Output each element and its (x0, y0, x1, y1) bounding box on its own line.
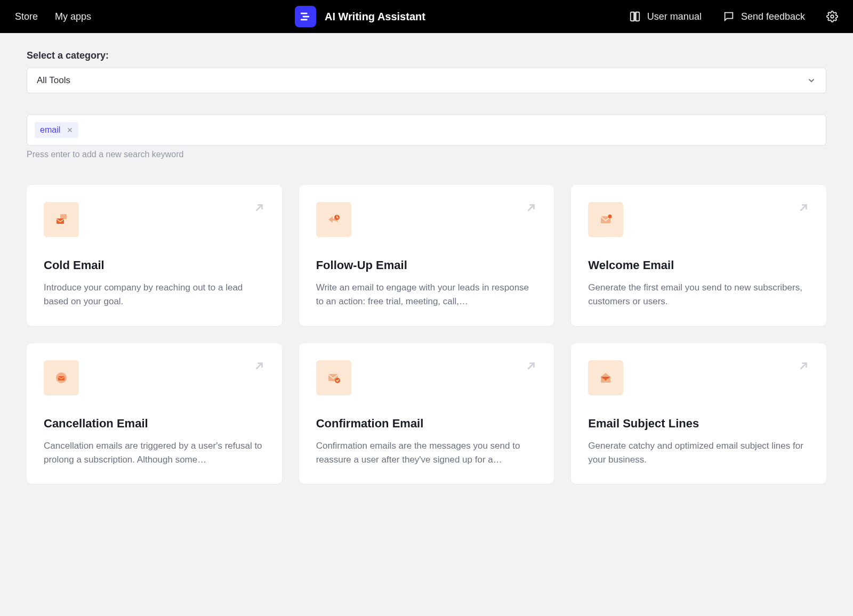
category-label: Select a category: (27, 50, 826, 61)
mail-send-icon (44, 202, 79, 237)
svg-line-13 (800, 205, 806, 211)
topbar-nav-right: User manual Send feedback (629, 11, 838, 22)
svg-rect-7 (60, 214, 67, 219)
reply-clock-icon (316, 202, 351, 237)
send-feedback-label: Send feedback (741, 11, 805, 22)
search-chip: email (35, 122, 78, 138)
card-header (588, 202, 809, 237)
open-arrow-icon (525, 202, 537, 214)
send-feedback-button[interactable]: Send feedback (723, 11, 805, 22)
card-description: Generate the first email you send to new… (588, 281, 809, 309)
app-logo-icon (295, 6, 316, 27)
open-arrow-icon (798, 360, 809, 372)
svg-point-4 (831, 15, 834, 18)
open-arrow-icon (253, 360, 265, 372)
card-description: Cancellation emails are triggered by a u… (44, 439, 265, 467)
search-hint: Press enter to add a new search keyword (27, 150, 826, 159)
settings-button[interactable] (826, 11, 838, 22)
mail-circle-icon (44, 360, 79, 395)
chat-icon (723, 11, 735, 22)
tool-card-follow-up-email[interactable]: Follow-Up Email Write an email to engage… (299, 185, 554, 326)
category-selected-value: All Tools (37, 75, 70, 86)
open-arrow-icon (798, 202, 809, 214)
my-apps-link[interactable]: My apps (55, 11, 91, 22)
chip-remove-icon[interactable] (67, 127, 73, 133)
search-input[interactable]: email (27, 115, 826, 145)
card-header (588, 360, 809, 395)
svg-rect-15 (58, 376, 65, 380)
card-title: Cold Email (44, 258, 265, 272)
topbar-nav-left: Store My apps (15, 11, 91, 22)
card-header (316, 202, 537, 237)
card-header (316, 360, 537, 395)
svg-line-10 (528, 205, 534, 211)
user-manual-button[interactable]: User manual (629, 11, 702, 22)
svg-line-16 (256, 363, 262, 369)
open-arrow-icon (525, 360, 537, 372)
chevron-down-icon (807, 76, 816, 85)
book-icon (629, 11, 641, 22)
store-link[interactable]: Store (15, 11, 38, 22)
tool-card-confirmation-email[interactable]: Confirmation Email Confirmation emails a… (299, 343, 554, 484)
svg-rect-1 (303, 16, 310, 18)
main-content: Select a category: All Tools email Press… (0, 33, 853, 505)
topbar: Store My apps AI Writing Assistant User … (0, 0, 853, 33)
mail-open-icon (588, 360, 623, 395)
card-title: Follow-Up Email (316, 258, 537, 272)
category-select[interactable]: All Tools (27, 68, 826, 93)
svg-rect-0 (301, 13, 308, 14)
user-manual-label: User manual (647, 11, 702, 22)
card-description: Introduce your company by reaching out t… (44, 281, 265, 309)
app-title: AI Writing Assistant (325, 11, 425, 23)
tool-card-email-subject-lines[interactable]: Email Subject Lines Generate catchy and … (571, 343, 826, 484)
card-header (44, 202, 265, 237)
card-title: Cancellation Email (44, 417, 265, 431)
cards-grid: Cold Email Introduce your company by rea… (27, 185, 826, 484)
card-header (44, 360, 265, 395)
svg-line-20 (800, 363, 806, 369)
mail-dot-icon (588, 202, 623, 237)
svg-line-8 (256, 205, 262, 211)
svg-line-19 (528, 363, 534, 369)
card-title: Email Subject Lines (588, 417, 809, 431)
tool-card-cancellation-email[interactable]: Cancellation Email Cancellation emails a… (27, 343, 282, 484)
card-description: Generate catchy and optimized email subj… (588, 439, 809, 467)
card-description: Write an email to engage with your leads… (316, 281, 537, 309)
card-title: Confirmation Email (316, 417, 537, 431)
tool-card-welcome-email[interactable]: Welcome Email Generate the first email y… (571, 185, 826, 326)
search-chip-text: email (40, 125, 60, 135)
tool-card-cold-email[interactable]: Cold Email Introduce your company by rea… (27, 185, 282, 326)
mail-check-icon (316, 360, 351, 395)
svg-rect-2 (301, 19, 308, 21)
open-arrow-icon (253, 202, 265, 214)
card-title: Welcome Email (588, 258, 809, 272)
gear-icon (826, 11, 838, 22)
topbar-center: AI Writing Assistant (91, 6, 629, 27)
svg-point-12 (608, 215, 612, 218)
card-description: Confirmation emails are the messages you… (316, 439, 537, 467)
